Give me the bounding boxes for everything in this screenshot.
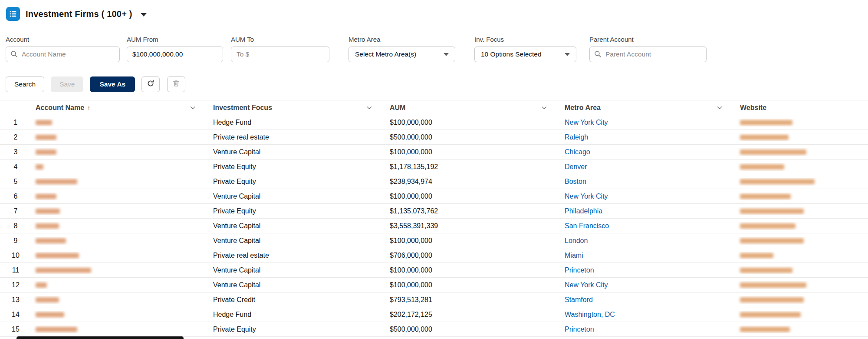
metro-area-select[interactable]: Select Metro Area(s) bbox=[349, 47, 455, 62]
website-link-redacted[interactable] bbox=[740, 135, 789, 140]
account-name-link-redacted[interactable] bbox=[36, 150, 56, 155]
metro-area-filter: Metro Area Select Metro Area(s) bbox=[349, 36, 455, 62]
metro-area-link[interactable]: Chicago bbox=[565, 148, 590, 156]
save-button[interactable]: Save bbox=[51, 76, 83, 92]
website-link-redacted[interactable] bbox=[740, 268, 792, 273]
table-row[interactable]: 5 Private Equity $238,934,974 Boston bbox=[0, 174, 868, 189]
table-row[interactable]: 11 Venture Capital $100,000,000 Princeto… bbox=[0, 263, 868, 278]
column-header-aum[interactable]: AUM bbox=[384, 100, 559, 115]
delete-button[interactable] bbox=[167, 76, 185, 92]
account-name-link-redacted[interactable] bbox=[36, 223, 59, 229]
table-row[interactable]: 13 Private Credit $793,513,281 Stamford bbox=[0, 292, 868, 307]
table-row[interactable]: 15 Private Equity $500,000,000 Princeton bbox=[0, 322, 868, 337]
account-name-link-redacted[interactable] bbox=[36, 297, 59, 302]
investment-focus-cell: Venture Capital bbox=[207, 148, 384, 156]
parent-account-label: Parent Account bbox=[589, 36, 707, 43]
chevron-down-icon[interactable] bbox=[716, 104, 723, 111]
website-link-redacted[interactable] bbox=[740, 120, 792, 125]
website-link-redacted[interactable] bbox=[740, 179, 815, 184]
save-as-button[interactable]: Save As bbox=[90, 76, 135, 92]
website-link-redacted[interactable] bbox=[740, 297, 804, 302]
list-view-icon bbox=[6, 7, 20, 21]
refresh-button[interactable] bbox=[141, 76, 160, 92]
table-row[interactable]: 4 Private Equity $1,178,135,192 Denver bbox=[0, 160, 868, 174]
metro-area-link[interactable]: Miami bbox=[565, 252, 583, 259]
metro-area-link[interactable]: New York City bbox=[565, 193, 608, 200]
table-row[interactable]: 12 Venture Capital $100,000,000 New York… bbox=[0, 278, 868, 292]
metro-area-link[interactable]: Denver bbox=[565, 163, 587, 170]
table-row[interactable]: 9 Venture Capital $100,000,000 London bbox=[0, 233, 868, 248]
website-cell bbox=[734, 252, 868, 259]
aum-to-input[interactable] bbox=[231, 47, 329, 62]
account-name-link-redacted[interactable] bbox=[36, 327, 77, 332]
aum-cell: $3,558,391,339 bbox=[384, 222, 559, 230]
metro-area-link[interactable]: New York City bbox=[565, 281, 608, 289]
aum-cell: $793,513,281 bbox=[384, 296, 559, 304]
account-name-link-redacted[interactable] bbox=[36, 164, 43, 170]
table-row[interactable]: 14 Hedge Fund $202,172,125 Washington, D… bbox=[0, 307, 868, 322]
account-name-link-redacted[interactable] bbox=[36, 253, 79, 258]
metro-area-link[interactable]: New York City bbox=[565, 119, 608, 126]
website-link-redacted[interactable] bbox=[740, 164, 784, 170]
metro-area-link[interactable]: Boston bbox=[565, 178, 586, 185]
metro-area-link[interactable]: Philadelphia bbox=[565, 207, 602, 215]
row-number: 1 bbox=[0, 119, 31, 126]
metro-area-link[interactable]: Washington, DC bbox=[565, 311, 615, 318]
account-name-link-redacted[interactable] bbox=[36, 312, 64, 317]
table-row[interactable]: 10 Private real estate $706,000,000 Miam… bbox=[0, 248, 868, 263]
metro-area-link[interactable]: Princeton bbox=[565, 326, 594, 333]
table-row[interactable]: 7 Private Equity $1,135,073,762 Philadel… bbox=[0, 204, 868, 219]
account-name-link-redacted[interactable] bbox=[36, 268, 91, 273]
chevron-down-icon[interactable] bbox=[366, 104, 373, 111]
account-name-cell bbox=[31, 193, 207, 200]
column-header-website[interactable]: Website bbox=[734, 100, 868, 115]
website-link-redacted[interactable] bbox=[740, 327, 790, 332]
account-name-link-redacted[interactable] bbox=[36, 238, 66, 243]
inv-focus-select[interactable]: 10 Options Selected bbox=[474, 47, 576, 62]
metro-area-link[interactable]: Raleigh bbox=[565, 133, 588, 141]
parent-account-input[interactable] bbox=[589, 47, 707, 62]
website-link-redacted[interactable] bbox=[740, 194, 791, 199]
account-name-input[interactable] bbox=[6, 47, 120, 62]
table-row[interactable]: 2 Private real estate $500,000,000 Ralei… bbox=[0, 130, 868, 145]
table-body: 1 Hedge Fund $100,000,000 New York City … bbox=[0, 115, 868, 337]
website-link-redacted[interactable] bbox=[740, 150, 806, 155]
metro-area-cell: Raleigh bbox=[559, 133, 734, 141]
metro-area-link[interactable]: London bbox=[565, 237, 588, 244]
column-header-account-name[interactable]: Account Name ↑ bbox=[31, 100, 207, 115]
account-name-link-redacted[interactable] bbox=[36, 194, 56, 199]
metro-area-link[interactable]: San Francisco bbox=[565, 222, 609, 229]
account-name-link-redacted[interactable] bbox=[36, 120, 52, 125]
account-name-link-redacted[interactable] bbox=[36, 209, 60, 214]
chevron-down-icon[interactable] bbox=[541, 104, 548, 111]
website-link-redacted[interactable] bbox=[740, 282, 806, 288]
account-name-link-redacted[interactable] bbox=[36, 179, 77, 184]
website-link-redacted[interactable] bbox=[740, 223, 796, 229]
table-row[interactable]: 8 Venture Capital $3,558,391,339 San Fra… bbox=[0, 219, 868, 233]
website-link-redacted[interactable] bbox=[740, 253, 773, 258]
column-header-investment-focus[interactable]: Investment Focus bbox=[207, 100, 384, 115]
aum-cell: $500,000,000 bbox=[384, 133, 559, 141]
metro-area-cell: San Francisco bbox=[559, 222, 734, 230]
aum-from-input[interactable] bbox=[127, 47, 223, 62]
website-link-redacted[interactable] bbox=[740, 209, 804, 214]
table-row[interactable]: 6 Venture Capital $100,000,000 New York … bbox=[0, 189, 868, 204]
table-row[interactable]: 1 Hedge Fund $100,000,000 New York City bbox=[0, 115, 868, 130]
website-link-redacted[interactable] bbox=[740, 312, 801, 317]
metro-area-link[interactable]: Princeton bbox=[565, 266, 594, 274]
metro-area-link[interactable]: Stamford bbox=[565, 296, 593, 303]
aum-cell: $100,000,000 bbox=[384, 119, 559, 126]
account-name-link-redacted[interactable] bbox=[36, 282, 47, 288]
table-row[interactable]: 3 Venture Capital $100,000,000 Chicago bbox=[0, 145, 868, 160]
aum-cell: $238,934,974 bbox=[384, 178, 559, 186]
list-view-dropdown-caret-icon[interactable] bbox=[141, 13, 147, 17]
search-button[interactable]: Search bbox=[6, 76, 44, 92]
aum-cell: $706,000,000 bbox=[384, 252, 559, 259]
account-name-cell bbox=[31, 178, 207, 186]
chevron-down-icon[interactable] bbox=[189, 104, 196, 111]
metro-area-cell: Boston bbox=[559, 178, 734, 186]
row-number: 11 bbox=[0, 266, 31, 274]
column-header-metro-area[interactable]: Metro Area bbox=[559, 100, 734, 115]
account-name-link-redacted[interactable] bbox=[36, 135, 56, 140]
website-link-redacted[interactable] bbox=[740, 238, 804, 243]
